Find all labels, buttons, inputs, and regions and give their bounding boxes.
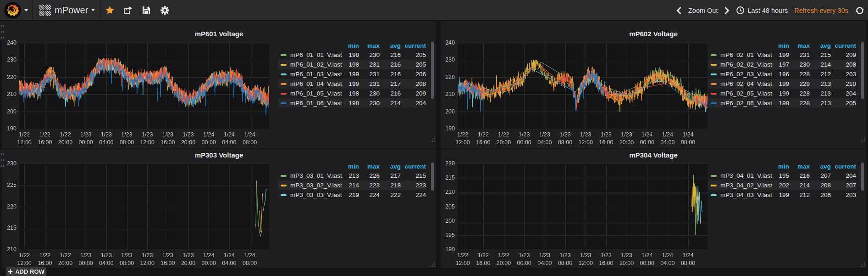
legend-scrollbar[interactable]: [861, 41, 864, 99]
legend-series-toggle[interactable]: mP6_01_02_V.last: [278, 61, 338, 68]
time-back-button[interactable]: [674, 0, 684, 21]
legend-col-avg[interactable]: avg: [810, 42, 831, 49]
legend-value-max: 223: [359, 182, 380, 189]
legend-series-toggle[interactable]: mP6_02_01_V.last: [708, 51, 768, 58]
legend-col-avg[interactable]: avg: [810, 163, 831, 170]
legend-col-min[interactable]: min: [768, 42, 789, 49]
legend-value-min: 213: [338, 172, 359, 179]
legend-col-max[interactable]: max: [789, 163, 810, 170]
row-drag-handle[interactable]: [0, 150, 4, 168]
x-axis-label: 1/2308:00: [554, 252, 576, 267]
legend-col-current[interactable]: current: [831, 42, 856, 49]
legend-value-min: 195: [768, 172, 789, 179]
x-axis-label: 1/2212:00: [452, 131, 474, 146]
legend-series-toggle[interactable]: mP6_01_05_V.last: [278, 90, 338, 97]
legend-col-avg[interactable]: avg: [380, 42, 401, 49]
legend-value-avg: 216: [380, 90, 401, 97]
legend-series-toggle[interactable]: mP6_02_03_V.last: [708, 71, 768, 78]
legend-col-current[interactable]: current: [401, 163, 426, 170]
x-axis-label: 1/2212:00: [13, 252, 35, 267]
y-axis-label: 220: [439, 160, 455, 167]
add-row-button[interactable]: ADD ROW: [6, 267, 46, 276]
panel-mp304: mP304 Voltage2202152102052001951901/2212…: [441, 149, 866, 268]
x-axis-label: 1/2216:00: [34, 252, 56, 267]
y-axis-label: 220: [1, 203, 17, 210]
panel-title[interactable]: mP601 Voltage: [2, 30, 436, 38]
grafana-menu-button[interactable]: [0, 0, 33, 20]
legend-value-min: 198: [338, 90, 359, 97]
star-button[interactable]: [100, 0, 119, 21]
graph-canvas[interactable]: [19, 43, 269, 129]
legend-col-current[interactable]: current: [401, 42, 426, 49]
x-axis-label: 1/2304:00: [534, 131, 556, 146]
panel-title[interactable]: mP303 Voltage: [2, 151, 436, 159]
panel-resize-grip[interactable]: [860, 261, 865, 266]
legend-col-min[interactable]: min: [768, 163, 789, 170]
legend-row: mP6_01_03_V.last199231216206: [278, 69, 426, 79]
legend-series-name: mP6_02_03_V.last: [720, 71, 772, 78]
legend-row: mP6_01_05_V.last198230216209: [278, 89, 426, 98]
legend-series-toggle[interactable]: mP3_03_02_V.last: [278, 182, 338, 189]
row-drag-handle[interactable]: [0, 22, 4, 40]
dashboard-picker[interactable]: mPower: [33, 0, 100, 20]
legend-series-toggle[interactable]: mP6_01_06_V.last: [278, 100, 338, 107]
time-forward-button[interactable]: [722, 0, 732, 21]
legend-col-min[interactable]: min: [338, 163, 359, 170]
graph-canvas[interactable]: [458, 43, 708, 129]
legend-scrollbar[interactable]: [431, 162, 434, 191]
legend-value-min: 198: [338, 100, 359, 107]
legend-series-toggle[interactable]: mP6_02_05_V.last: [708, 90, 768, 97]
legend-value-max: 228: [789, 100, 810, 107]
zoom-out-button[interactable]: Zoom Out: [688, 7, 718, 14]
legend-row: mP6_02_03_V.last196228212203: [708, 69, 856, 79]
legend-series-toggle[interactable]: mP6_02_04_V.last: [708, 80, 768, 87]
share-button[interactable]: [119, 0, 137, 21]
legend-col-max[interactable]: max: [789, 42, 810, 49]
panel-title[interactable]: mP304 Voltage: [441, 151, 866, 159]
legend-series-toggle[interactable]: mP3_03_01_V.last: [278, 172, 338, 179]
legend-series-toggle[interactable]: mP3_04_03_V.last: [708, 192, 768, 198]
y-axis-label: 195: [439, 232, 455, 238]
legend-value-min: 199: [768, 51, 789, 58]
legend-col-min[interactable]: min: [338, 42, 359, 49]
legend-series-toggle[interactable]: mP3_03_03_V.last: [278, 192, 338, 198]
refresh-interval-label[interactable]: Refresh every 30s: [794, 7, 848, 14]
legend-series-toggle[interactable]: mP3_04_01_V.last: [708, 172, 768, 179]
legend-col-current[interactable]: current: [831, 163, 856, 170]
settings-button[interactable]: [155, 0, 174, 21]
legend-series-toggle[interactable]: mP3_04_02_V.last: [708, 182, 768, 189]
legend-value-min: 198: [768, 100, 789, 107]
legend-scrollbar[interactable]: [861, 162, 864, 191]
graph-canvas[interactable]: [458, 163, 708, 249]
time-range-picker[interactable]: Last 48 hours: [736, 6, 788, 14]
legend-series-toggle[interactable]: mP6_01_01_V.last: [278, 51, 338, 58]
legend-value-current: 203: [831, 192, 856, 198]
legend-value-min: 199: [768, 192, 789, 198]
legend-series-toggle[interactable]: mP6_02_06_V.last: [708, 100, 768, 107]
legend-value-max: 231: [359, 80, 380, 87]
legend-col-max[interactable]: max: [359, 163, 380, 170]
legend-scrollbar[interactable]: [431, 41, 434, 99]
panel-resize-grip[interactable]: [860, 136, 865, 141]
refresh-button[interactable]: [856, 6, 864, 15]
legend-col-max[interactable]: max: [359, 42, 380, 49]
legend-series-name: mP3_04_02_V.last: [720, 182, 772, 189]
x-axis-label: 1/2320:00: [177, 131, 199, 146]
legend-series-toggle[interactable]: mP6_01_03_V.last: [278, 71, 338, 78]
legend-col-avg[interactable]: avg: [380, 163, 401, 170]
panel-title[interactable]: mP602 Voltage: [441, 30, 866, 38]
graph-canvas[interactable]: [19, 163, 269, 249]
panel-resize-grip[interactable]: [430, 136, 435, 141]
panel-resize-grip[interactable]: [430, 261, 435, 266]
legend-value-avg: 222: [380, 192, 401, 198]
legend-value-avg: 213: [810, 100, 831, 107]
legend-series-name: mP6_01_02_V.last: [290, 61, 342, 68]
save-button[interactable]: [137, 0, 155, 21]
legend-series-toggle[interactable]: mP6_01_04_V.last: [278, 80, 338, 87]
x-axis-label: 1/2304:00: [95, 252, 117, 267]
legend-value-min: 199: [768, 90, 789, 97]
legend-value-current: 205: [401, 61, 426, 68]
legend-value-max: 230: [359, 100, 380, 107]
legend-value-max: 216: [789, 172, 810, 179]
legend-series-toggle[interactable]: mP6_02_02_V.last: [708, 61, 768, 68]
